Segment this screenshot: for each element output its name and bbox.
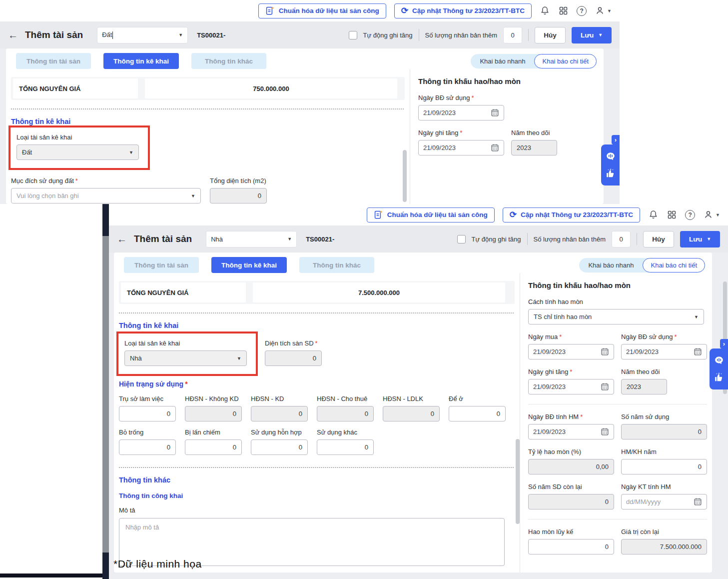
window-add-asset-house: Chuẩn hóa dữ liệu tài sản công ⟳ Cập nhậ…	[102, 204, 728, 579]
rating-thumbs-up-icon[interactable]	[605, 168, 616, 179]
cancel-button[interactable]: Hủy	[535, 27, 566, 44]
method-select[interactable]: TS chỉ tính hao mòn ▼	[528, 309, 704, 324]
tab-asset-info[interactable]: Thông tin tài sản	[124, 257, 199, 273]
mode-detail-option[interactable]: Khai báo chi tiết	[534, 54, 597, 68]
feedback-chat-icon[interactable]	[605, 151, 616, 162]
hm-end-date-input[interactable]: dd/MM/yyyy	[621, 494, 707, 510]
auto-increase-checkbox[interactable]	[457, 235, 466, 244]
tab-asset-info[interactable]: Thông tin tài sản	[16, 53, 91, 69]
caret-down-icon: ▼	[178, 32, 183, 38]
follow-year-label: Năm theo dõi	[511, 129, 557, 136]
rate-input[interactable]	[528, 459, 614, 474]
collapse-chevron-icon[interactable]: ›	[612, 135, 620, 144]
feedback-widget: ›	[710, 339, 728, 392]
usage-input-hdsn-khongkd[interactable]	[185, 406, 242, 422]
usage-input-bilanchiem[interactable]	[185, 440, 242, 455]
declare-type-select[interactable]: Nhà ▼	[124, 350, 247, 366]
help-icon[interactable]: ?	[685, 210, 695, 220]
usage-label: Bị lấn chiếm	[185, 428, 242, 436]
dotted-divider	[119, 467, 514, 468]
collapse-chevron-icon[interactable]: ›	[720, 339, 728, 348]
standardize-data-button[interactable]: Chuẩn hóa dữ liệu tài sản công	[258, 4, 386, 18]
section-other-title: Thông tin khác	[119, 476, 520, 484]
section-declare-title: Thông tin kê khai	[11, 118, 410, 126]
copies-input[interactable]: 0	[503, 27, 522, 44]
remaining-value-input[interactable]	[621, 539, 707, 554]
buy-date-input[interactable]: 21/09/2023	[528, 344, 614, 360]
update-circular-button[interactable]: ⟳ Cập nhật Thông tư 23/2023/TT-BTC	[394, 4, 532, 18]
cancel-button[interactable]: Hủy	[643, 231, 674, 248]
tab-declare-info[interactable]: Thông tin kê khai	[211, 257, 287, 273]
app-grid-icon[interactable]	[558, 6, 569, 16]
calendar-icon	[601, 348, 609, 356]
start-use-date-label: Ngày BĐ sử dụng	[418, 94, 470, 102]
declare-mode-toggle: Khai báo nhanh Khai báo chi tiết	[579, 258, 705, 272]
follow-year-input[interactable]	[621, 379, 667, 394]
window-add-asset-land: Chuẩn hóa dữ liệu tài sản công ⟳ Cập nhậ…	[0, 0, 620, 204]
declare-type-select[interactable]: Đất ▼	[16, 144, 139, 160]
usage-input-hdsn-kd[interactable]	[251, 406, 308, 422]
hm-start-date-label: Ngày BĐ tính HM	[528, 413, 579, 420]
annotation-frame-line	[0, 574, 106, 578]
usage-input-hdsn-ldlk[interactable]	[383, 406, 440, 422]
standardize-data-button[interactable]: Chuẩn hóa dữ liệu tài sản công	[367, 208, 495, 222]
usage-input-khac[interactable]	[317, 440, 374, 455]
auto-increase-checkbox[interactable]	[349, 31, 357, 40]
floor-area-input[interactable]	[265, 350, 322, 366]
mode-quick-option[interactable]: Khai báo nhanh	[471, 58, 534, 65]
screenshot-canvas: Chuẩn hóa dữ liệu tài sản công ⟳ Cập nhậ…	[0, 0, 728, 579]
calendar-icon	[694, 498, 702, 506]
user-menu[interactable]: ▼	[595, 6, 612, 16]
tab-declare-info[interactable]: Thông tin kê khai	[103, 53, 179, 69]
hm-start-date-input[interactable]: 21/09/2023	[528, 424, 614, 440]
floor-area-label: Diện tích sàn SD	[265, 340, 314, 347]
usage-input-botrong[interactable]	[119, 440, 176, 455]
accum-depreciation-input[interactable]	[528, 539, 614, 554]
back-arrow-icon[interactable]: ←	[117, 234, 127, 244]
main-column: TỔNG NGUYÊN GIÁ 750.000.000 Thông tin kê…	[6, 69, 410, 204]
total-area-input[interactable]	[210, 188, 267, 204]
hmkh-year-input[interactable]	[621, 459, 707, 474]
update-circular-label: Cập nhật Thông tư 23/2023/TT-BTC	[412, 7, 525, 14]
back-arrow-icon[interactable]: ←	[8, 30, 18, 40]
asset-form-card: Thông tin tài sản Thông tin kê khai Thôn…	[6, 48, 604, 204]
use-years-input[interactable]	[621, 424, 707, 440]
notification-bell-icon[interactable]	[648, 210, 659, 220]
user-menu[interactable]: ▼	[703, 210, 720, 220]
remain-years-input[interactable]	[528, 494, 614, 510]
app-grid-icon[interactable]	[667, 210, 677, 220]
save-button[interactable]: Lưu ▼	[572, 27, 612, 44]
start-use-date-input[interactable]: 21/09/2023	[621, 344, 707, 360]
tab-other-info[interactable]: Thông tin khác	[191, 53, 266, 69]
asset-type-combobox[interactable]: Nhà ▼	[206, 231, 297, 248]
save-button[interactable]: Lưu ▼	[680, 231, 720, 248]
asset-code: TS00021-	[306, 236, 334, 243]
increase-date-input[interactable]: 21/09/2023	[528, 379, 614, 394]
standardize-data-label: Chuẩn hóa dữ liệu tài sản công	[387, 211, 488, 218]
mode-detail-option[interactable]: Khai báo chi tiết	[643, 258, 705, 272]
divider	[528, 404, 707, 404]
scrollbar-thumb[interactable]	[516, 439, 520, 524]
help-icon[interactable]: ?	[577, 6, 587, 16]
caret-down-icon: ▼	[191, 194, 195, 198]
usage-input-deo[interactable]	[449, 406, 506, 422]
land-purpose-select[interactable]: Vui lòng chọn bản ghi ▼	[11, 188, 201, 204]
rating-thumbs-up-icon[interactable]	[714, 372, 725, 383]
start-use-date-input[interactable]: 21/09/2023	[418, 105, 504, 120]
mode-quick-option[interactable]: Khai báo nhanh	[579, 262, 643, 269]
copies-input[interactable]: 0	[612, 231, 631, 248]
usage-input-honhop[interactable]	[251, 440, 308, 455]
increase-date-input[interactable]: 21/09/2023	[418, 140, 504, 156]
user-icon	[595, 6, 605, 16]
window-left-edge	[102, 204, 109, 579]
usage-input-office[interactable]	[119, 406, 176, 422]
usage-input-hdsn-chothue[interactable]	[317, 406, 374, 422]
asset-type-combobox[interactable]: Đất ▼	[97, 27, 188, 44]
tab-other-info[interactable]: Thông tin khác	[299, 257, 374, 273]
scrollbar-thumb[interactable]	[403, 150, 407, 202]
feedback-chat-icon[interactable]	[714, 355, 725, 366]
divider	[527, 233, 528, 245]
notification-bell-icon[interactable]	[540, 6, 550, 16]
follow-year-input[interactable]	[511, 140, 557, 156]
update-circular-button[interactable]: ⟳ Cập nhật Thông tư 23/2023/TT-BTC	[503, 208, 640, 222]
